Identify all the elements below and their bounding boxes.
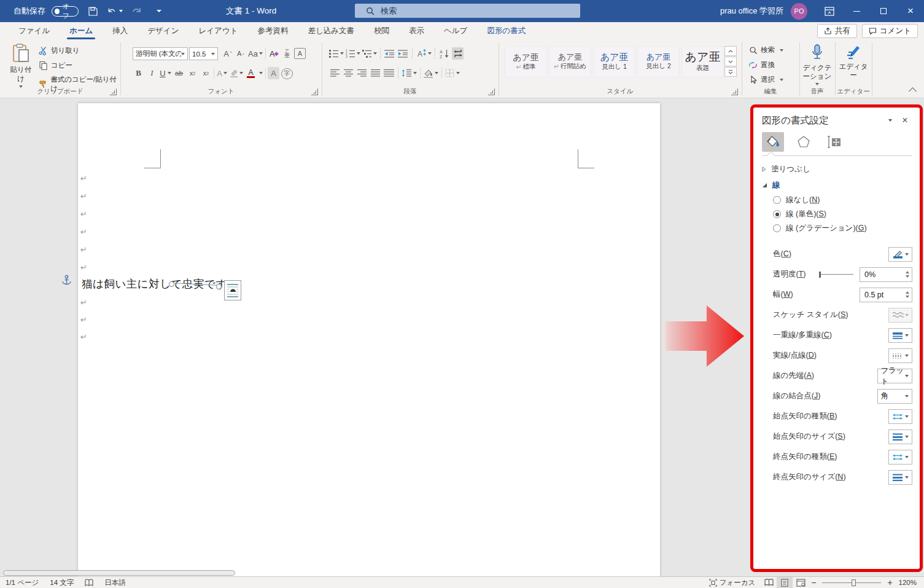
print-layout-button[interactable] [777,577,793,588]
tab-デザイン[interactable]: デザイン [138,22,188,40]
tab-レイアウト[interactable]: レイアウト [188,22,247,40]
styles-gallery-more-button[interactable] [724,67,737,77]
character-border-button[interactable]: A [294,48,306,59]
distribute-button[interactable] [383,67,395,79]
radio-line-S[interactable]: 線 (単色)(S) [773,207,912,221]
autosave-toggle[interactable]: オフ [52,6,79,17]
read-mode-button[interactable] [761,577,777,588]
slider-thumb[interactable] [819,272,821,278]
editor-button[interactable]: エディター [839,44,868,80]
page-indicator[interactable]: 1/1 ページ [0,577,44,588]
copy-button[interactable]: コピー [38,60,72,71]
bullet-list-button[interactable] [329,47,344,60]
paragraph-dialog-launcher[interactable] [488,88,495,95]
undo-button[interactable] [107,3,123,19]
web-layout-button[interactable] [793,577,809,588]
proofing-status-button[interactable] [79,577,99,588]
comment-button[interactable]: コメント [862,24,918,38]
character-shading-button[interactable]: A [268,67,279,79]
numbered-list-button[interactable]: 123 [346,47,360,60]
tab-差し込み文書[interactable]: 差し込み文書 [298,22,364,40]
justify-button[interactable] [370,67,381,79]
italic-button[interactable]: I [146,67,158,79]
formatting-marks-button[interactable] [452,47,464,60]
dropdown-select[interactable]: フラット [877,369,912,383]
replace-button[interactable]: 置換 [748,60,775,70]
dropdown-arrow-size[interactable] [888,470,912,485]
dropdown-compound[interactable] [888,328,912,343]
spinner-up-icon[interactable] [906,291,909,294]
asian-layout-button[interactable]: A [416,47,432,60]
search-input[interactable]: 検索 [355,4,580,18]
horizontal-scrollbar-thumb[interactable] [3,570,235,576]
styles-scroll-up-button[interactable] [724,46,737,56]
bold-button[interactable]: B [133,67,144,79]
ribbon-display-options-button[interactable] [816,0,843,22]
layout-options-button[interactable] [224,280,241,300]
section-fill[interactable]: 塗りつぶし [762,161,912,177]
minimize-button[interactable] [843,0,870,22]
tab-表示[interactable]: 表示 [399,22,434,40]
redo-button[interactable] [129,3,145,19]
increase-indent-button[interactable] [397,47,409,60]
avatar[interactable]: PO [791,3,807,20]
tab-参考資料[interactable]: 参考資料 [247,22,298,40]
shrink-font-button[interactable]: A⌄ [235,47,247,60]
phonetic-guide-button[interactable]: ア亜 [281,47,293,60]
tab-fill-line[interactable] [762,132,784,152]
zoom-in-button[interactable]: + [885,577,895,588]
style-card-2[interactable]: あア亜↵行間詰め [549,46,591,77]
color-picker-button[interactable] [888,247,912,262]
dropdown-select[interactable]: 角 [877,389,912,404]
section-line[interactable]: 線 [762,177,912,193]
select-button[interactable]: 選択 [748,74,783,85]
clipboard-dialog-launcher[interactable] [110,88,117,95]
subscript-button[interactable]: x2 [187,67,198,79]
value-spinner[interactable]: 0.5 pt [860,288,912,302]
tab-挿入[interactable]: 挿入 [103,22,138,40]
enclose-characters-button[interactable]: 字 [281,68,293,79]
collapse-ribbon-button[interactable] [909,87,917,95]
paste-button[interactable]: 貼り付け [7,44,34,88]
decrease-indent-button[interactable] [384,47,395,60]
shape-handle-end[interactable] [216,284,222,289]
close-button[interactable]: × [897,0,924,22]
font-name-combo[interactable]: 游明朝 (本文の [133,47,188,60]
dropdown-dash[interactable] [888,348,912,363]
dropdown-arrow-type[interactable] [888,450,912,465]
spinner-down-icon[interactable] [906,275,909,278]
zoom-slider-thumb[interactable] [852,579,856,586]
share-button[interactable]: 共有 [817,24,857,38]
font-dialog-launcher[interactable] [311,88,318,95]
font-size-combo[interactable]: 10.5 [189,47,218,60]
document-page[interactable] [78,103,660,576]
zoom-level[interactable]: 120% [895,579,924,586]
dictation-button[interactable]: ディクテーション [801,44,833,85]
account-name[interactable]: prau office 学習所 [720,6,783,17]
shading-button[interactable] [424,67,438,79]
font-color-button[interactable]: A [245,67,257,79]
tab-図形の書式[interactable]: 図形の書式 [477,22,535,40]
align-right-button[interactable] [356,67,368,79]
tab-ファイル[interactable]: ファイル [9,22,60,40]
tab-ヘルプ[interactable]: ヘルプ [434,22,477,40]
zoom-slider[interactable] [822,577,881,588]
tab-ホーム[interactable]: ホーム [60,22,103,40]
line-spacing-button[interactable] [402,67,417,79]
radio-line-G[interactable]: 線 (グラデーション)(G) [773,221,912,235]
styles-dialog-launcher[interactable] [731,88,738,95]
spinner-down-icon[interactable] [906,296,909,298]
panel-options-button[interactable] [883,114,898,127]
dropdown-arrow-type[interactable] [888,409,912,424]
cut-button[interactable]: 切り取り [38,45,80,56]
text-effects-button[interactable]: A [216,67,228,79]
style-card-4[interactable]: あア亜見出し 2 [637,46,680,77]
value-spinner[interactable]: 0% [860,267,912,282]
maximize-button[interactable] [870,0,897,22]
superscript-button[interactable]: x2 [200,67,212,79]
language-indicator[interactable]: 日本語 [99,577,131,588]
transparency-slider[interactable] [819,271,853,278]
clear-formatting-button[interactable]: A◆ [268,47,280,60]
find-button[interactable]: 検索 [748,45,783,55]
multilevel-list-button[interactable] [362,47,377,60]
